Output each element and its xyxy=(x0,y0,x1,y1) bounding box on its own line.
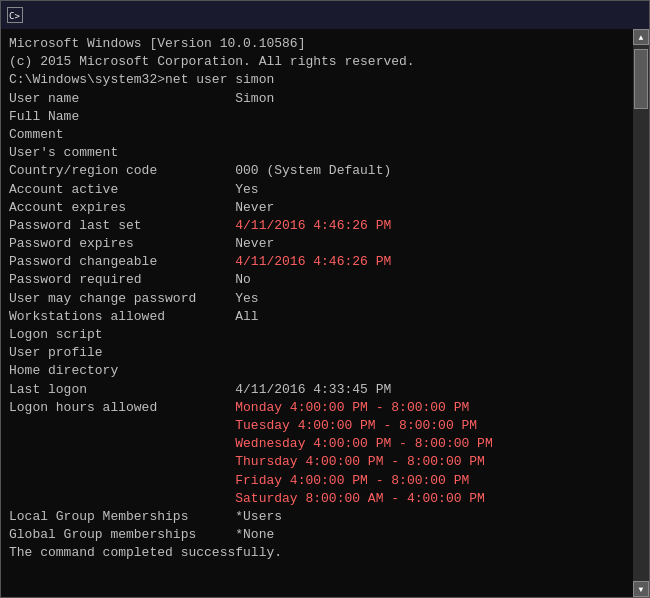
terminal-line: C:\Windows\system32>net user simon xyxy=(9,71,625,89)
scroll-up-button[interactable]: ▲ xyxy=(633,29,649,45)
terminal-line: Thursday 4:00:00 PM - 8:00:00 PM xyxy=(9,453,625,471)
terminal-line: Global Group memberships *None xyxy=(9,526,625,544)
terminal-line: Home directory xyxy=(9,362,625,380)
scroll-down-button[interactable]: ▼ xyxy=(633,581,649,597)
minimize-button[interactable] xyxy=(561,5,587,25)
terminal-line: Friday 4:00:00 PM - 8:00:00 PM xyxy=(9,472,625,490)
terminal-line: Country/region code 000 (System Default) xyxy=(9,162,625,180)
terminal-line: Password changeable 4/11/2016 4:46:26 PM xyxy=(9,253,625,271)
scrollbar[interactable]: ▲ ▼ xyxy=(633,29,649,597)
terminal-line: Full Name xyxy=(9,108,625,126)
terminal-line: User's comment xyxy=(9,144,625,162)
terminal-line: Account active Yes xyxy=(9,181,625,199)
terminal-line: Password expires Never xyxy=(9,235,625,253)
terminal-line: Tuesday 4:00:00 PM - 8:00:00 PM xyxy=(9,417,625,435)
terminal-line: (c) 2015 Microsoft Corporation. All righ… xyxy=(9,53,625,71)
title-bar-left: C> xyxy=(7,7,29,23)
scroll-track[interactable] xyxy=(633,45,649,581)
terminal-line: Logon hours allowed Monday 4:00:00 PM - … xyxy=(9,399,625,417)
terminal-line: Password last set 4/11/2016 4:46:26 PM xyxy=(9,217,625,235)
terminal-line: Local Group Memberships *Users xyxy=(9,508,625,526)
title-bar: C> xyxy=(1,1,649,29)
content-area: Microsoft Windows [Version 10.0.10586](c… xyxy=(1,29,649,597)
terminal-line: Wednesday 4:00:00 PM - 8:00:00 PM xyxy=(9,435,625,453)
close-button[interactable] xyxy=(617,5,643,25)
terminal-line: User name Simon xyxy=(9,90,625,108)
terminal-output[interactable]: Microsoft Windows [Version 10.0.10586](c… xyxy=(1,29,633,597)
window: C> Microsoft Windows [Version 10.0.10586… xyxy=(0,0,650,598)
terminal-line: User profile xyxy=(9,344,625,362)
terminal-line: Microsoft Windows [Version 10.0.10586] xyxy=(9,35,625,53)
scroll-thumb[interactable] xyxy=(634,49,648,109)
terminal-line: Workstations allowed All xyxy=(9,308,625,326)
window-controls xyxy=(561,5,643,25)
terminal-line: Last logon 4/11/2016 4:33:45 PM xyxy=(9,381,625,399)
terminal-line: Saturday 8:00:00 AM - 4:00:00 PM xyxy=(9,490,625,508)
terminal-line: Logon script xyxy=(9,326,625,344)
terminal-line: Account expires Never xyxy=(9,199,625,217)
maximize-button[interactable] xyxy=(589,5,615,25)
svg-text:C>: C> xyxy=(9,11,20,21)
terminal-line: The command completed successfully. xyxy=(9,544,625,562)
terminal-line: Password required No xyxy=(9,271,625,289)
terminal-line: User may change password Yes xyxy=(9,290,625,308)
terminal-line: Comment xyxy=(9,126,625,144)
cmd-icon: C> xyxy=(7,7,23,23)
